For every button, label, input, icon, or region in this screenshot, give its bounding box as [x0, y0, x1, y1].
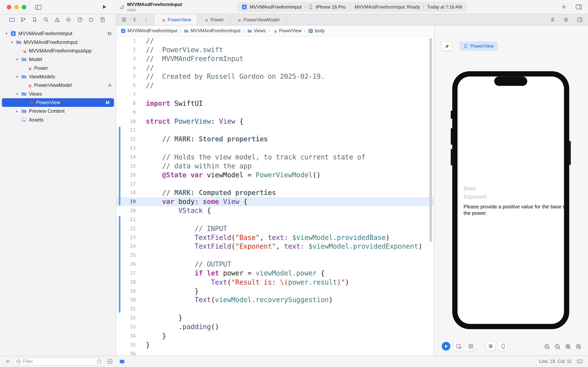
file-tree-row[interactable]: PowerViewModelA	[0, 81, 116, 90]
add-filter-icon[interactable]	[107, 359, 113, 364]
minimap-icon[interactable]	[564, 17, 569, 22]
code-line[interactable]: 17	[116, 179, 434, 188]
tab-powerviewmodel[interactable]: PowerViewModel	[230, 14, 286, 25]
tests-navigator[interactable]	[66, 17, 71, 22]
breadcrumb-item[interactable]: MVVMAndFreeformInput	[121, 28, 177, 33]
code-line[interactable]: 8import SwiftUI	[116, 99, 434, 108]
close-button[interactable]	[7, 5, 11, 9]
file-tree-row[interactable]: ▾Views	[0, 90, 116, 98]
reports-navigator[interactable]	[100, 17, 105, 22]
code-line[interactable]: 7	[116, 90, 434, 99]
device-button[interactable]	[498, 341, 508, 351]
exponent-textfield[interactable]: Exponent	[458, 193, 564, 201]
disclosure-triangle[interactable]: ▾	[4, 32, 9, 36]
zoom-fit-button[interactable]	[565, 343, 571, 350]
source-control-navigator[interactable]	[20, 17, 26, 22]
forward-icon[interactable]	[143, 17, 148, 22]
code-line[interactable]: 1//	[116, 36, 434, 45]
scheme-name[interactable]: MVVMAndFreeformInput	[250, 4, 302, 9]
breadcrumb-item[interactable]: MVVMAndFreeformInput	[184, 28, 241, 33]
code-line[interactable]: 23 TextField("Base", text: $viewModel.pr…	[116, 233, 434, 242]
code-line[interactable]: 13	[116, 144, 434, 153]
file-tree-row[interactable]: PowerViewM	[2, 98, 114, 107]
debug-navigator[interactable]	[77, 17, 83, 22]
code-line[interactable]: 11	[116, 126, 434, 135]
code-line[interactable]: 35}	[116, 340, 434, 349]
run-button[interactable]	[102, 4, 107, 9]
code-line[interactable]: 33 .padding()	[116, 323, 434, 331]
breakpoints-navigator[interactable]	[88, 17, 94, 22]
add-editor-icon[interactable]	[577, 17, 583, 23]
file-tree-row[interactable]: ▾MVVMAndFreeformInput	[0, 38, 116, 46]
file-tree-row[interactable]: ▸Preview Content	[0, 107, 116, 116]
run-destination[interactable]: iPhone 16 Pro	[316, 4, 345, 9]
code-line[interactable]: 3// MVVMAndFreeformInput	[116, 54, 434, 63]
minimize-button[interactable]	[14, 5, 19, 9]
inspector-toggle-icon[interactable]	[576, 4, 582, 10]
back-icon[interactable]	[132, 17, 137, 22]
file-tree-row[interactable]: ▾Model	[0, 55, 116, 64]
code-line[interactable]: 25	[116, 251, 434, 260]
related-items-icon[interactable]	[122, 17, 126, 22]
scheme-selector[interactable]: MVVMAndFreeformInput › iPhone 16 Pro MVV…	[237, 2, 466, 12]
code-line[interactable]: 16 @State var viewModel = PowerViewModel…	[116, 170, 434, 179]
code-line[interactable]: 5// Created by Russell Gordon on 2025-02…	[116, 72, 434, 81]
source-editor[interactable]: 1//2// PowerView.swift3// MVVMAndFreefor…	[116, 36, 434, 355]
code-line[interactable]: 28 Text("Result is: \(power.result)")	[116, 278, 434, 287]
device-settings-button[interactable]	[486, 341, 495, 351]
disclosure-triangle[interactable]: ▾	[14, 57, 20, 61]
pin-button[interactable]	[441, 41, 452, 51]
recent-files-icon[interactable]	[97, 359, 102, 364]
add-file-button[interactable]	[5, 359, 10, 364]
code-line[interactable]: 9	[116, 108, 434, 117]
code-line[interactable]: 15 // data within the app	[116, 162, 434, 170]
tab-powerview[interactable]: PowerView	[154, 14, 197, 25]
disclosure-triangle[interactable]: ▾	[14, 92, 20, 96]
code-line[interactable]: 30 Text(viewModel.recoverySuggestion)	[116, 296, 434, 305]
code-line[interactable]: 6//	[116, 81, 434, 90]
file-tree-row[interactable]: Power	[0, 64, 116, 72]
zoom-button[interactable]	[22, 5, 26, 9]
code-line[interactable]: 10struct PowerView: View {	[116, 117, 434, 126]
code-line[interactable]: 26 // OUTPUT	[116, 260, 434, 269]
file-tree-row[interactable]: Assets	[0, 116, 116, 124]
navigator-toggle-icon[interactable]	[35, 4, 42, 10]
zoom-in-button[interactable]	[575, 343, 582, 350]
code-line[interactable]: 29 }	[116, 287, 434, 296]
code-line[interactable]: 20 VStack {	[116, 206, 434, 215]
add-icon[interactable]	[561, 4, 567, 10]
zoom-actual-button[interactable]: 1	[554, 343, 561, 350]
code-review-icon[interactable]	[550, 17, 555, 23]
code-line[interactable]: 22 // INPUT	[116, 224, 434, 233]
breakpoints-toggle-button[interactable]	[119, 359, 125, 364]
file-tree-row[interactable]: ▾ViewModels	[0, 72, 116, 81]
breadcrumb-item[interactable]: Pbody	[308, 28, 325, 33]
base-textfield[interactable]: Base	[458, 184, 564, 193]
code-line[interactable]: 19 var body: some View {	[116, 197, 434, 206]
code-line[interactable]: 36	[116, 349, 434, 356]
file-tree-row[interactable]: ▾MVVMAndFreeformInputM	[0, 29, 116, 38]
disclosure-triangle[interactable]: ▾	[14, 75, 20, 79]
disclosure-triangle[interactable]: ▾	[9, 40, 15, 44]
grid-view-button[interactable]	[466, 341, 475, 351]
code-line[interactable]: 27 if let power = viewModel.power {	[116, 269, 434, 278]
code-line[interactable]: 34 }	[116, 331, 434, 340]
breadcrumb-item[interactable]: Views	[247, 28, 266, 33]
code-line[interactable]: 21	[116, 215, 434, 224]
bookmarks-navigator[interactable]	[32, 17, 37, 22]
code-line[interactable]: 4//	[116, 63, 434, 72]
disclosure-triangle[interactable]: ▸	[14, 109, 20, 113]
code-line[interactable]: 32 }	[116, 314, 434, 323]
code-line[interactable]: 24 TextField("Exponent", text: $viewMode…	[116, 242, 434, 251]
live-preview-button[interactable]	[441, 341, 451, 351]
issues-navigator[interactable]	[54, 17, 60, 22]
code-line[interactable]: 14 // Holds the view model, to track cur…	[116, 153, 434, 162]
preview-tab[interactable]: PowerView	[459, 41, 498, 51]
filter-field[interactable]: Filter	[13, 358, 104, 366]
breadcrumb-item[interactable]: PowerView	[272, 28, 302, 33]
tab-power[interactable]: Power	[197, 14, 230, 25]
variants-button[interactable]	[454, 341, 463, 351]
find-navigator[interactable]	[43, 17, 49, 22]
editor-scrollbar[interactable]	[429, 38, 432, 242]
file-tree-row[interactable]: MVVMAndFreeformInputApp	[0, 46, 116, 55]
